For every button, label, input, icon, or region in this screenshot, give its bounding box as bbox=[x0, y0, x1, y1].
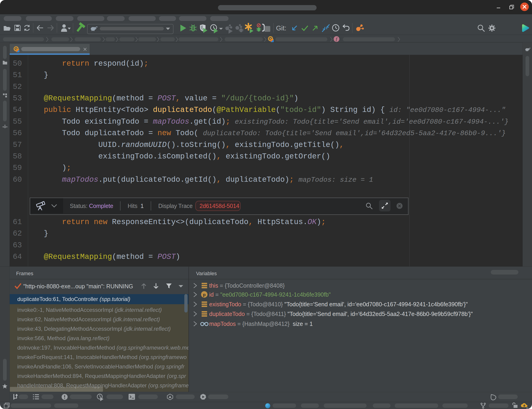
svg-text:p: p bbox=[203, 292, 206, 297]
